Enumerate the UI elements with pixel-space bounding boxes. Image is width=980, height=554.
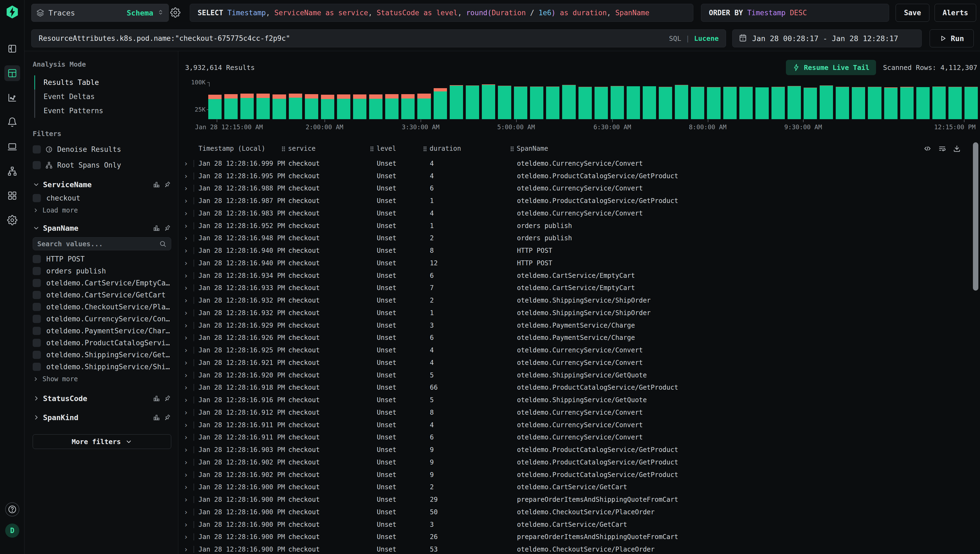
histogram-bar[interactable] [369,94,382,119]
histogram-bar[interactable] [272,94,286,119]
histogram-bar[interactable] [932,86,946,119]
row-expand-chevron-icon[interactable]: › [178,359,194,367]
histogram-bar[interactable] [305,94,318,119]
column-header-duration[interactable]: duration [423,145,510,152]
histogram-bar[interactable] [868,87,881,119]
table-row[interactable]: ›Jan 28 12:28:16.900 PMcheckoutUnset26pr… [178,531,980,543]
drag-handle-icon[interactable] [370,146,374,151]
column-chart-icon[interactable] [153,395,160,402]
row-expand-chevron-icon[interactable]: › [178,259,194,267]
histogram-bar[interactable] [836,87,849,119]
histogram-bar[interactable] [208,95,221,119]
table-row[interactable]: ›Jan 28 12:28:16.918 PMcheckoutUnset66ot… [178,382,980,394]
show-more-link[interactable]: Show more [33,373,171,385]
row-expand-chevron-icon[interactable]: › [178,471,194,479]
table-row[interactable]: ›Jan 28 12:28:16.911 PMcheckoutUnset6ote… [178,431,980,444]
histogram-bar[interactable] [482,84,495,119]
more-filters-button[interactable]: More filters [33,434,171,449]
run-button[interactable]: Run [930,29,974,47]
histogram-bar[interactable] [257,94,270,119]
filter-section-statuscode[interactable]: StatusCode [33,391,171,406]
histogram-bar[interactable] [417,94,431,119]
pin-icon[interactable] [164,181,171,188]
histogram-bar[interactable] [530,86,543,119]
checkbox-oteldemo-shippingservice-get[interactable] [33,351,41,359]
filter-option-oteldemo-checkoutservice-pla[interactable]: oteldemo.CheckoutService/Pla… [33,301,171,313]
row-expand-chevron-icon[interactable]: › [178,172,194,180]
histogram-bar[interactable] [723,87,737,119]
row-expand-chevron-icon[interactable]: › [178,296,194,304]
table-row[interactable]: ›Jan 28 12:28:16.940 PMcheckoutUnset12HT… [178,257,980,269]
histogram-bar[interactable] [353,94,367,119]
column-chart-icon[interactable] [153,224,160,232]
histogram-bar[interactable] [771,87,785,119]
filter-option-http-post[interactable]: HTTP POST [33,253,171,265]
filter-section-spankind[interactable]: SpanKind [33,410,171,425]
histogram-bar[interactable] [578,87,592,119]
histogram-bar[interactable] [964,87,978,119]
table-row[interactable]: ›Jan 28 12:28:16.934 PMcheckoutUnset6ote… [178,269,980,282]
row-expand-chevron-icon[interactable]: › [178,408,194,417]
row-expand-chevron-icon[interactable]: › [178,284,194,292]
download-icon[interactable] [953,145,961,153]
checkbox-http-post[interactable] [33,255,41,263]
filter-option-oteldemo-productcatalogservi[interactable]: oteldemo.ProductCatalogServi… [33,337,171,349]
orderby-query-editor[interactable]: ORDER BY Timestamp DESC [701,4,889,22]
row-expand-chevron-icon[interactable]: › [178,346,194,354]
rail-item-panel-collapse-icon[interactable] [4,41,20,57]
column-chart-icon[interactable] [153,181,160,188]
table-row[interactable]: ›Jan 28 12:28:16.999 PMcheckoutUnset4ote… [178,157,980,170]
table-row[interactable]: ›Jan 28 12:28:16.926 PMcheckoutUnset6ote… [178,332,980,344]
histogram-bar[interactable] [852,87,865,119]
app-logo-icon[interactable] [5,5,19,19]
row-expand-chevron-icon[interactable]: › [178,234,194,242]
filter-option-oteldemo-shippingservice-get[interactable]: oteldemo.ShippingService/Get… [33,349,171,361]
lucene-mode-option[interactable]: Lucene [694,35,719,43]
checkbox-orders-publish[interactable] [33,267,41,275]
table-row[interactable]: ›Jan 28 12:28:16.921 PMcheckoutUnset4ote… [178,357,980,369]
load-more-link[interactable]: Load more [33,204,171,217]
row-expand-chevron-icon[interactable]: › [178,521,194,529]
histogram-bar[interactable] [675,85,688,119]
filter-option-checkout[interactable]: checkout [33,192,171,204]
table-row[interactable]: ›Jan 28 12:28:16.983 PMcheckoutUnset4ote… [178,207,980,220]
row-expand-chevron-icon[interactable]: › [178,396,194,404]
analysis-mode-event-deltas[interactable]: Event Deltas [33,89,171,103]
row-expand-chevron-icon[interactable]: › [178,508,194,516]
row-expand-chevron-icon[interactable]: › [178,533,194,541]
analysis-mode-results-table[interactable]: Results Table [33,75,171,89]
table-row[interactable]: ›Jan 28 12:28:16.925 PMcheckoutUnset4ote… [178,344,980,357]
pin-icon[interactable] [164,224,171,232]
table-row[interactable]: ›Jan 28 12:28:16.900 PMcheckoutUnset50ot… [178,506,980,518]
help-icon[interactable] [5,502,19,516]
checkbox-oteldemo-shippingservice-shi[interactable] [33,363,41,371]
row-expand-chevron-icon[interactable]: › [178,159,194,168]
histogram-bar[interactable] [241,94,254,119]
column-header-spanname[interactable]: SpanName [510,145,949,152]
row-expand-chevron-icon[interactable]: › [178,209,194,217]
histogram-bar[interactable] [659,87,672,119]
rail-item-hierarchy-icon[interactable] [4,163,20,179]
source-selector[interactable]: Traces Schema [31,4,169,22]
drag-handle-icon[interactable] [510,146,514,151]
histogram-bar[interactable] [546,86,559,119]
row-expand-chevron-icon[interactable]: › [178,421,194,429]
table-row[interactable]: ›Jan 28 12:28:16.995 PMcheckoutUnset4ote… [178,170,980,182]
histogram-bar[interactable] [787,86,801,119]
filter-section-spanname[interactable]: SpanName [33,220,171,236]
filter-option-oteldemo-shippingservice-shi[interactable]: oteldemo.ShippingService/Shi… [33,361,171,373]
table-row[interactable]: ›Jan 28 12:28:16.911 PMcheckoutUnset4ote… [178,419,980,431]
rail-item-laptop-icon[interactable] [4,139,20,154]
histogram-bar[interactable] [884,88,897,119]
select-query-editor[interactable]: SELECT Timestamp, ServiceName as service… [190,4,693,22]
filter-option-oteldemo-currencyservice-con[interactable]: oteldemo.CurrencyService/Con… [33,313,171,325]
table-row[interactable]: ›Jan 28 12:28:16.902 PMcheckoutUnset9ote… [178,456,980,468]
query-settings-gear-icon[interactable] [170,7,180,19]
checkbox-checkout[interactable] [33,194,41,202]
checkbox-oteldemo-productcatalogservi[interactable] [33,339,41,347]
histogram-bar[interactable] [321,95,334,119]
histogram-bar[interactable] [401,94,414,119]
table-row[interactable]: ›Jan 28 12:28:16.932 PMcheckoutUnset1ote… [178,307,980,319]
table-row[interactable]: ›Jan 28 12:28:16.948 PMcheckoutUnset2ord… [178,232,980,245]
histogram-bar[interactable] [610,86,624,119]
